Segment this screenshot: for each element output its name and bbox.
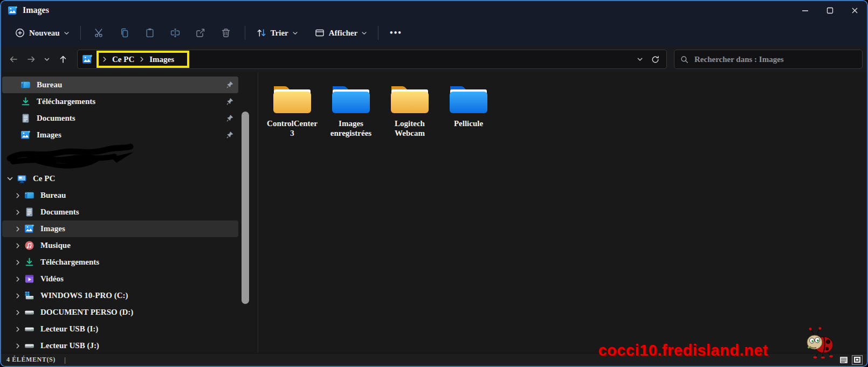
sidebar-tree-item-videos[interactable]: Vidéos [2, 271, 238, 287]
toolbar-separator [378, 26, 378, 40]
folder-name: Pellicule [454, 119, 483, 128]
sidebar: BureauTéléchargementsDocumentsImagesCe P… [1, 72, 258, 366]
chevron-right-icon [13, 308, 22, 317]
view-button[interactable]: Afficher [309, 24, 372, 41]
sidebar-item-label: Téléchargements [40, 258, 99, 267]
folder-tile-images-enregistrees[interactable]: Images enregistrées [324, 81, 378, 138]
sidebar-item-documents[interactable]: Documents [2, 110, 238, 127]
sort-icon [256, 27, 267, 38]
folder-icon [328, 81, 374, 116]
recent-locations-button[interactable] [40, 50, 54, 68]
share-button[interactable] [188, 23, 213, 43]
folder-tile-controlcenter3[interactable]: ControlCenter3 [265, 81, 319, 138]
sort-button-label: Trier [271, 29, 288, 38]
breadcrumb-item-images[interactable]: Images [149, 55, 174, 64]
delete-button[interactable] [213, 23, 239, 43]
view-button-label: Afficher [329, 29, 357, 38]
folder-tile-logitech-webcam[interactable]: Logitech Webcam [383, 81, 437, 138]
chevron-right-icon [13, 241, 22, 250]
more-options-button[interactable]: ••• [384, 26, 408, 40]
sidebar-tree-item-documents[interactable]: Documents [2, 204, 238, 220]
desktop-icon [20, 80, 31, 90]
rename-button[interactable] [163, 23, 188, 43]
toolbar: Nouveau Trier Afficher ••• [1, 19, 867, 46]
breadcrumb-highlight-annotation: Ce PC Images [97, 51, 189, 68]
thumbnail-view-icon [854, 357, 860, 363]
sidebar-tree-item-windows-10-pro-c[interactable]: WINDOWS 10-PRO (C:) [2, 287, 238, 304]
thumbnails-view-button[interactable] [852, 355, 863, 365]
sidebar-tree-item-document-perso-d[interactable]: DOCUMENT PERSO (D:) [2, 304, 238, 321]
new-button[interactable]: Nouveau [10, 24, 74, 41]
sort-button[interactable]: Trier [251, 24, 303, 41]
sidebar-item-label: Musique [40, 241, 71, 250]
item-count: 4 ÉLÉMENT(S) [6, 356, 56, 364]
chevron-down-icon [292, 30, 298, 36]
sidebar-item-label: Images [37, 130, 61, 140]
watermark: cocci10.fredisland.net [598, 342, 768, 359]
document-icon [24, 207, 35, 217]
paste-icon [144, 27, 155, 38]
address-location-icon [82, 54, 93, 65]
computer-icon [17, 174, 27, 184]
sidebar-item-label: Téléchargements [37, 97, 95, 106]
sidebar-tree-item-images[interactable]: Images [2, 220, 238, 237]
ladybug-image [801, 327, 836, 361]
downloads-icon [20, 96, 31, 107]
redacted-scribble [5, 143, 258, 170]
address-dropdown-button[interactable] [637, 56, 643, 63]
pictures-icon [24, 224, 35, 234]
refresh-button[interactable] [651, 55, 660, 64]
forward-button[interactable] [22, 50, 40, 68]
sidebar-item-bureau[interactable]: Bureau [2, 77, 238, 93]
maximize-button[interactable] [817, 1, 842, 19]
chevron-right-icon [13, 274, 22, 283]
sidebar-item-label: Lecteur USB (I:) [40, 324, 98, 334]
search-box [674, 50, 863, 69]
status-divider: | [64, 356, 66, 364]
breadcrumb-item-ce-pc[interactable]: Ce PC [112, 55, 134, 64]
up-button[interactable] [54, 50, 72, 68]
sidebar-tree-item-telechargements[interactable]: Téléchargements [2, 254, 238, 271]
new-button-label: Nouveau [29, 29, 60, 38]
sidebar-tree-item-bureau[interactable]: Bureau [2, 187, 238, 204]
breadcrumb-separator-icon [101, 56, 108, 63]
system-drive-icon [24, 290, 35, 301]
toolbar-separator [245, 26, 245, 40]
sidebar-tree-item-lecteur-usb-i[interactable]: Lecteur USB (I:) [2, 321, 238, 337]
chevron-right-icon [13, 324, 22, 334]
minimize-button[interactable] [793, 1, 817, 19]
paste-button[interactable] [137, 23, 163, 43]
music-icon [24, 240, 35, 251]
sidebar-item-telechargements[interactable]: Téléchargements [2, 93, 238, 110]
folder-icon [387, 81, 432, 116]
pin-icon [226, 131, 234, 139]
close-button[interactable] [842, 1, 867, 19]
sidebar-tree-item-lecteur-usb-j[interactable]: Lecteur USB (J:) [2, 337, 238, 354]
drive-icon [24, 341, 35, 351]
toolbar-separator [80, 26, 81, 40]
sidebar-item-label: DOCUMENT PERSO (D:) [40, 308, 133, 317]
sidebar-item-images[interactable]: Images [2, 127, 238, 143]
drive-icon [24, 324, 35, 334]
details-view-button[interactable] [838, 355, 849, 365]
folder-name: Logitech Webcam [383, 119, 436, 138]
sidebar-tree-item-musique[interactable]: Musique [2, 237, 238, 254]
copy-button[interactable] [112, 23, 137, 43]
drive-icon [24, 307, 35, 317]
back-button[interactable] [4, 50, 22, 68]
chevron-down-icon [5, 174, 15, 183]
chevron-right-icon [13, 224, 22, 233]
breadcrumb-separator-icon [139, 56, 145, 63]
search-input[interactable] [694, 55, 857, 64]
explorer-window: Images Nouveau Trier [0, 0, 868, 367]
address-bar[interactable]: Ce PC Images [77, 50, 667, 69]
pictures-icon [8, 5, 18, 16]
sidebar-tree-item-ce-pc[interactable]: Ce PC [2, 170, 238, 187]
files-grid: ControlCenter3Images enregistréesLogitec… [258, 72, 867, 366]
folder-tile-pellicule[interactable]: Pellicule [442, 81, 495, 128]
sidebar-scrollbar[interactable] [242, 112, 249, 304]
cut-button[interactable] [87, 23, 112, 43]
chevron-right-icon [13, 191, 22, 200]
view-icon [314, 27, 325, 38]
folder-icon [446, 81, 491, 116]
